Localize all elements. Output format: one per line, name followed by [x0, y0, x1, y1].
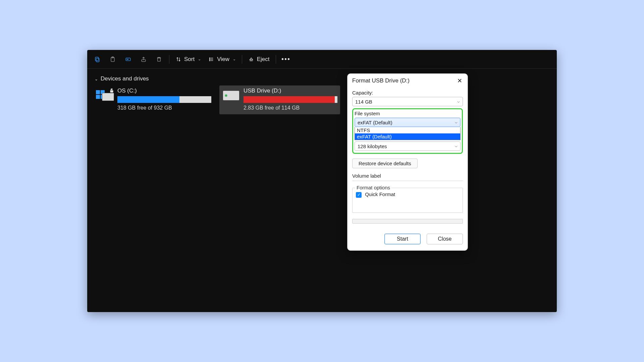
sort-button[interactable]: Sort ⌄ [172, 53, 204, 66]
svg-point-9 [210, 60, 210, 61]
paste-icon[interactable] [105, 53, 120, 66]
drive-name: USB Drive (D:) [244, 87, 337, 94]
eject-label: Eject [257, 56, 270, 63]
format-options-group: Format options ✓ Quick Format [352, 188, 463, 213]
filesystem-dropdown: NTFS exFAT (Default) [355, 127, 461, 140]
drive-name: OS (C:) [117, 87, 211, 94]
eject-button[interactable]: Eject [245, 53, 273, 66]
highlight-box: File system exFAT (Default) NTFS exFAT (… [352, 108, 463, 154]
toolbar: Sort ⌄ View ⌄ Eject ••• [87, 50, 557, 69]
view-button[interactable]: View ⌄ [205, 53, 239, 66]
drives-row: OS (C:) 318 GB free of 932 GB USB Drive … [93, 85, 551, 114]
section-devices-and-drives[interactable]: ⌄ Devices and drives [95, 75, 551, 82]
allocation-select[interactable]: 128 kilobytes [355, 141, 461, 151]
sort-label: Sort [184, 56, 195, 63]
drive-os-c[interactable]: OS (C:) 318 GB free of 932 GB [93, 85, 214, 114]
quick-format-row[interactable]: ✓ Quick Format [356, 191, 459, 198]
more-button[interactable]: ••• [279, 53, 293, 66]
dialog-title: Format USB Drive (D:) [352, 77, 410, 84]
svg-rect-10 [110, 90, 113, 93]
capacity-select[interactable]: 114 GB [352, 97, 463, 106]
usb-drive-icon [222, 87, 240, 104]
dialog-buttons: Start Close [347, 228, 468, 250]
drive-usage-bar [244, 96, 337, 103]
svg-rect-6 [158, 58, 160, 61]
section-title: Devices and drives [101, 75, 149, 82]
filesystem-select[interactable]: exFAT (Default) [355, 118, 461, 127]
svg-rect-0 [96, 58, 99, 62]
svg-rect-5 [142, 59, 146, 61]
progress-bar [352, 219, 463, 224]
toolbar-separator [276, 55, 276, 64]
view-label: View [217, 56, 229, 63]
dialog-titlebar: Format USB Drive (D:) ✕ [347, 74, 468, 86]
drive-free-text: 2.83 GB free of 114 GB [244, 105, 337, 111]
filesystem-value: exFAT (Default) [358, 120, 392, 125]
toolbar-separator [169, 55, 169, 64]
volume-label-label: Volume label [352, 173, 463, 179]
format-dialog: Format USB Drive (D:) ✕ Capacity: 114 GB… [347, 73, 468, 251]
quick-format-checkbox[interactable]: ✓ [356, 192, 362, 198]
svg-rect-1 [95, 57, 98, 61]
close-dialog-button[interactable]: Close [427, 234, 463, 244]
drive-free-text: 318 GB free of 932 GB [117, 105, 211, 111]
close-button[interactable]: ✕ [455, 77, 464, 84]
quick-format-label: Quick Format [365, 191, 395, 197]
volume-label-input[interactable] [352, 181, 463, 181]
restore-defaults-button[interactable]: Restore device defaults [352, 159, 418, 168]
filesystem-option-ntfs[interactable]: NTFS [355, 127, 460, 133]
os-drive-icon [96, 87, 114, 104]
capacity-value: 114 GB [355, 99, 372, 105]
lock-open-icon [109, 87, 115, 94]
capacity-label: Capacity: [352, 90, 463, 96]
format-options-label: Format options [355, 185, 391, 190]
chevron-down-icon: ⌄ [198, 57, 201, 61]
explorer-window: Sort ⌄ View ⌄ Eject ••• ⌄ Devices and dr… [87, 50, 557, 312]
filesystem-option-exfat[interactable]: exFAT (Default) [355, 133, 460, 140]
svg-point-8 [210, 59, 210, 59]
svg-point-7 [210, 58, 210, 58]
start-button[interactable]: Start [384, 234, 421, 244]
filesystem-label: File system [355, 111, 461, 116]
delete-icon[interactable] [152, 53, 166, 66]
copy-icon[interactable] [90, 53, 105, 66]
toolbar-separator [242, 55, 242, 64]
rename-icon[interactable] [121, 53, 136, 66]
content-area: ⌄ Devices and drives OS (C:) [87, 69, 557, 120]
chevron-down-icon: ⌄ [95, 77, 98, 81]
allocation-value: 128 kilobytes [358, 143, 387, 149]
more-icon: ••• [281, 55, 290, 63]
drive-usb-d[interactable]: USB Drive (D:) 2.83 GB free of 114 GB [219, 85, 340, 114]
chevron-down-icon: ⌄ [233, 57, 236, 61]
drive-usage-bar [117, 96, 211, 103]
share-icon[interactable] [136, 53, 151, 66]
